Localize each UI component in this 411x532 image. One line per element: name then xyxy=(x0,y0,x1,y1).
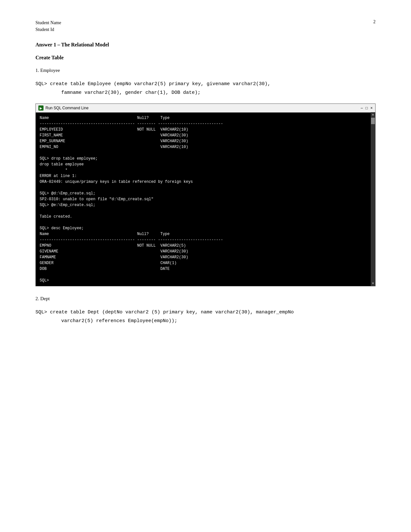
item-2-sql-line2: varchar2(5) references Employee(empNo)); xyxy=(35,317,376,325)
page-content: Student Name Student Id 2 Answer 1 – The… xyxy=(35,19,376,325)
terminal-line: ERROR at line 1: xyxy=(40,173,371,179)
terminal-line: drop table employee xyxy=(40,162,371,167)
terminal-line: EMP_SURNAME VARCHAR2(30) xyxy=(40,138,371,144)
terminal-line: ----------------------------------------… xyxy=(40,121,371,127)
terminal-maximize[interactable]: □ xyxy=(366,105,368,111)
item-2-number: 2. Dept xyxy=(35,296,376,301)
terminal-line: SQL> @d:\Emp_create.sql; xyxy=(40,191,371,196)
terminal-close[interactable]: × xyxy=(370,105,373,111)
terminal-titlebar-left: ▶ Run SQL Command Line xyxy=(38,105,89,111)
terminal-line xyxy=(40,185,371,191)
terminal-line: SP2-0310: unable to open file "d:\Emp_cr… xyxy=(40,196,371,202)
terminal-line: GENDER CHAR(1) xyxy=(40,260,371,266)
terminal-line: EMPLOYEEID NOT NULL VARCHAR2(10) xyxy=(40,127,371,133)
header-left: Student Name Student Id xyxy=(35,19,61,33)
terminal-line: EMPNI_NO VARCHAR2(10) xyxy=(40,144,371,150)
create-table-title: Create Table xyxy=(35,55,376,61)
scrollbar-arrow-down[interactable]: ▼ xyxy=(372,281,374,286)
scrollbar-arrow-up[interactable]: ▲ xyxy=(372,112,374,117)
terminal-line: DOB DATE xyxy=(40,266,371,272)
item-2-sql: SQL> create table Dept (deptNo varchar2 … xyxy=(35,308,376,325)
terminal-line: Name Null? Type xyxy=(40,231,371,237)
terminal-line: SQL> drop table employee; xyxy=(40,156,371,162)
terminal-line: * xyxy=(40,167,371,173)
item-2-sql-line1: SQL> create table Dept (deptNo varchar2 … xyxy=(35,308,376,317)
scrollbar-thumb[interactable] xyxy=(371,118,375,124)
item-1-sql: SQL> create table Employee (empNo varcha… xyxy=(35,80,376,97)
terminal-line: SQL> xyxy=(40,278,371,283)
student-id-label: Student Id xyxy=(35,26,61,33)
item-1-sql-line2: famname varchar2(30), gender char(1), DO… xyxy=(35,88,376,97)
terminal-line: ----------------------------------------… xyxy=(40,237,371,243)
terminal-line: GIVENAME VARCHAR2(30) xyxy=(40,249,371,254)
item-1-sql-line1: SQL> create table Employee (empNo varcha… xyxy=(35,80,376,88)
terminal-line: FIRST_NAME VARCHAR2(30) xyxy=(40,133,371,138)
terminal-line xyxy=(40,272,371,278)
answer-title: Answer 1 – The Relational Model xyxy=(35,42,376,48)
terminal-icon: ▶ xyxy=(38,105,44,111)
student-name-label: Student Name xyxy=(35,19,61,26)
terminal-line: SQL> @e:\Emp_create.sql; xyxy=(40,202,371,208)
terminal-line xyxy=(40,150,371,156)
terminal-controls: – □ × xyxy=(361,105,373,111)
terminal-line: SQL> desc Employee; xyxy=(40,225,371,231)
terminal-line: Table created. xyxy=(40,214,371,220)
terminal-title: Run SQL Command Line xyxy=(45,105,89,111)
terminal-line: Name Null? Type xyxy=(40,115,371,121)
terminal-line: FAMNAME VARCHAR2(30) xyxy=(40,254,371,260)
terminal-scrollbar[interactable]: ▲ ▼ xyxy=(371,112,375,286)
terminal-line xyxy=(40,208,371,214)
item-1-number: 1. Employee xyxy=(35,68,376,73)
page-header: Student Name Student Id 2 xyxy=(35,19,376,33)
terminal-titlebar: ▶ Run SQL Command Line – □ × xyxy=(36,104,375,113)
terminal-window: ▶ Run SQL Command Line – □ × Name Null? … xyxy=(35,103,376,286)
terminal-line: ORA-02449: unique/primary keys in table … xyxy=(40,179,371,185)
terminal-minimize[interactable]: – xyxy=(361,105,363,111)
terminal-line: EMPNO NOT NULL VARCHAR2(5) xyxy=(40,243,371,249)
page-number: 2 xyxy=(373,19,376,25)
terminal-body: Name Null? Type-------------------------… xyxy=(36,113,375,286)
terminal-line xyxy=(40,220,371,225)
